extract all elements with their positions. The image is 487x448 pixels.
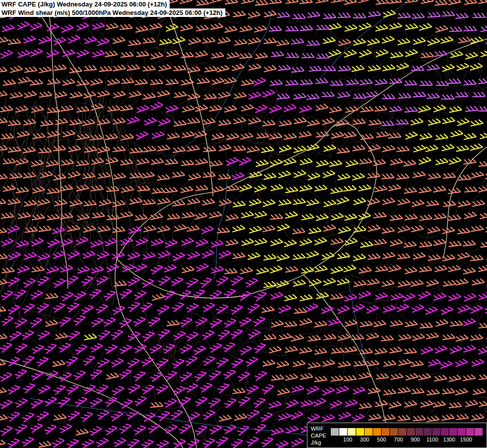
legend-swatch xyxy=(390,428,398,436)
legend-title-variable: CAPE xyxy=(311,432,326,439)
legend-swatch xyxy=(331,428,339,436)
legend-title: WRF CAPE J/kg xyxy=(311,425,326,446)
legend-tick-label: 100 xyxy=(343,437,352,443)
map-title-cape: WRF CAPE (J/kg) Wednesday 24-09-2025 06:… xyxy=(0,0,170,8)
legend-swatch xyxy=(449,428,458,436)
legend-swatch xyxy=(424,428,432,436)
legend-tick-label: 700 xyxy=(394,437,403,443)
legend-color-scale: 100300500700900110013001500 xyxy=(331,428,483,443)
legend-swatch xyxy=(432,428,441,436)
legend-swatch xyxy=(415,428,424,436)
legend-tick-row: 100300500700900110013001500 xyxy=(331,437,483,443)
legend-tick-label: 300 xyxy=(360,437,369,443)
legend-tick-label: 500 xyxy=(377,437,386,443)
cape-legend: WRF CAPE J/kg 10030050070090011001300150… xyxy=(307,423,487,448)
legend-swatch xyxy=(382,428,390,436)
legend-swatch xyxy=(475,428,483,436)
weather-map-stage: WRF CAPE (J/kg) Wednesday 24-09-2025 06:… xyxy=(0,0,487,448)
legend-swatch xyxy=(398,428,407,436)
legend-swatch-row xyxy=(331,428,483,436)
legend-tick-label: 900 xyxy=(411,437,420,443)
legend-swatch xyxy=(356,428,365,436)
map-title-wind-shear: WRF Wind shear (m/s) 500/1000hPa Wednesd… xyxy=(0,8,225,17)
legend-tick-label: 1100 xyxy=(426,437,438,443)
legend-swatch xyxy=(348,428,356,436)
legend-tick-label: 1500 xyxy=(460,437,472,443)
wind-barb-map-canvas xyxy=(0,0,487,448)
legend-swatch xyxy=(339,428,348,436)
legend-swatch xyxy=(365,428,373,436)
legend-swatch xyxy=(458,428,466,436)
legend-title-unit: J/kg xyxy=(311,439,326,446)
legend-swatch xyxy=(407,428,415,436)
legend-tick-label: 1300 xyxy=(443,437,455,443)
legend-swatch xyxy=(373,428,382,436)
title-bar: WRF CAPE (J/kg) Wednesday 24-09-2025 06:… xyxy=(0,0,225,17)
legend-swatch xyxy=(441,428,449,436)
legend-title-model: WRF xyxy=(311,425,326,432)
legend-swatch xyxy=(466,428,475,436)
